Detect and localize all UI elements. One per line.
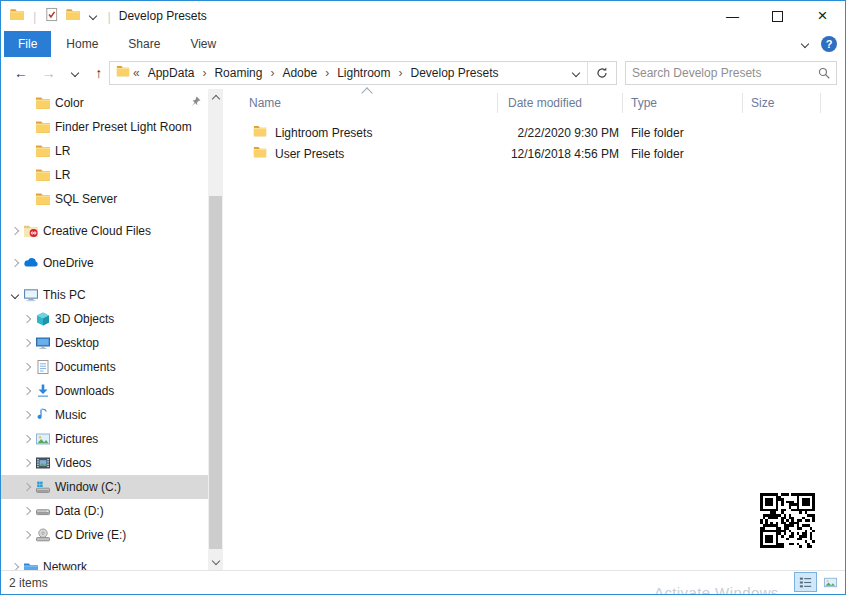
column-header-size[interactable]: Size xyxy=(743,93,821,113)
breadcrumb-item[interactable]: Lightroom xyxy=(333,66,394,80)
folder-icon xyxy=(33,191,53,207)
address-bar[interactable]: «AppData›Roaming›Adobe›Lightroom›Develop… xyxy=(109,61,617,85)
tab-file[interactable]: File xyxy=(4,31,51,57)
sidebar-scrollbar[interactable] xyxy=(208,89,223,571)
breadcrumb-item[interactable]: AppData xyxy=(144,66,199,80)
chevron-right-icon[interactable] xyxy=(21,412,33,418)
address-band: ← → ↑ «AppData›Roaming›Adobe›Lightroom›D… xyxy=(1,57,845,90)
creative-cloud-icon xyxy=(21,223,41,239)
chevron-right-icon[interactable] xyxy=(21,460,33,466)
chevron-right-icon[interactable] xyxy=(21,532,33,538)
sidebar-item-3d-objects[interactable]: 3D Objects xyxy=(1,307,208,331)
sidebar-item-finder-preset-light-room[interactable]: Finder Preset Light Room xyxy=(1,115,208,139)
scroll-up-icon[interactable] xyxy=(208,89,223,106)
date-modified: 12/16/2018 4:56 PM xyxy=(498,147,623,161)
forward-icon[interactable]: → xyxy=(42,65,56,81)
scrollbar-thumb[interactable] xyxy=(209,196,222,549)
sidebar-item-label: OneDrive xyxy=(43,256,94,270)
chevron-down-icon[interactable] xyxy=(9,292,21,298)
new-folder-icon[interactable] xyxy=(65,7,81,26)
sidebar-item-this-pc[interactable]: This PC xyxy=(1,283,208,307)
properties-icon[interactable] xyxy=(44,7,59,26)
tab-home[interactable]: Home xyxy=(51,31,113,57)
sidebar-item-lr[interactable]: LR xyxy=(1,163,208,187)
up-icon[interactable]: ↑ xyxy=(95,65,102,81)
back-icon[interactable]: ← xyxy=(14,65,28,81)
breadcrumb-separator-icon[interactable]: › xyxy=(268,66,276,80)
sidebar-item-label: Finder Preset Light Room xyxy=(55,120,192,134)
address-dropdown-chevron-icon[interactable] xyxy=(565,70,587,76)
tab-view[interactable]: View xyxy=(175,31,231,57)
file-row-user-presets[interactable]: User Presets12/16/2018 4:56 PMFile folde… xyxy=(229,143,843,164)
cd-drive-icon xyxy=(33,527,53,543)
sidebar-item-label: Desktop xyxy=(55,336,99,350)
breadcrumb-item[interactable]: Develop Presets xyxy=(407,66,503,80)
thumbnails-view-button[interactable] xyxy=(819,572,842,592)
sidebar-item-window-c[interactable]: Window (C:) xyxy=(1,475,208,499)
chevron-right-icon[interactable] xyxy=(21,364,33,370)
date-modified: 2/22/2020 9:30 PM xyxy=(498,126,623,140)
sidebar-item-sql-server[interactable]: SQL Server xyxy=(1,187,208,211)
sidebar-item-desktop[interactable]: Desktop xyxy=(1,331,208,355)
sidebar-item-label: Data (D:) xyxy=(55,504,104,518)
qr-code xyxy=(760,493,815,552)
chevron-right-icon[interactable] xyxy=(21,436,33,442)
folder-icon xyxy=(33,167,53,183)
chevron-right-icon[interactable] xyxy=(9,260,21,266)
sidebar-item-label: This PC xyxy=(43,288,86,302)
window-controls: — × xyxy=(710,1,845,31)
sidebar-item-label: Music xyxy=(55,408,86,422)
sidebar-item-color[interactable]: Color xyxy=(1,91,208,115)
chevron-right-icon[interactable] xyxy=(21,508,33,514)
recent-locations-chevron-icon[interactable] xyxy=(69,70,81,76)
sidebar-item-documents[interactable]: Documents xyxy=(1,355,208,379)
maximize-button[interactable] xyxy=(755,1,800,31)
sidebar-item-label: Pictures xyxy=(55,432,98,446)
details-view-button[interactable] xyxy=(794,572,817,592)
chevron-right-icon[interactable] xyxy=(9,228,21,234)
file-rows: Lightroom Presets2/22/2020 9:30 PMFile f… xyxy=(229,122,843,164)
sidebar-item-music[interactable]: Music xyxy=(1,403,208,427)
documents-icon xyxy=(33,359,53,375)
file-type: File folder xyxy=(623,147,743,161)
help-icon[interactable]: ? xyxy=(821,36,837,52)
sidebar-item-videos[interactable]: Videos xyxy=(1,451,208,475)
search-icon[interactable] xyxy=(812,66,836,80)
sidebar-item-onedrive[interactable]: OneDrive xyxy=(1,251,208,275)
chevron-right-icon[interactable] xyxy=(21,316,33,322)
sidebar-item-label: SQL Server xyxy=(55,192,117,206)
search-input[interactable] xyxy=(626,66,812,80)
sidebar-item-cd-drive-e[interactable]: CD Drive (E:) xyxy=(1,523,208,547)
breadcrumb-item[interactable]: Roaming xyxy=(210,66,266,80)
sidebar-item-network[interactable]: Network xyxy=(1,555,208,571)
chevron-right-icon[interactable] xyxy=(21,388,33,394)
refresh-icon[interactable] xyxy=(588,66,616,80)
explorer-window: | | Develop Presets — × FileHomeShareVie… xyxy=(0,0,846,595)
sidebar-item-creative-cloud-files[interactable]: Creative Cloud Files xyxy=(1,219,208,243)
chevron-right-icon[interactable] xyxy=(21,484,33,490)
column-header-date-modified[interactable]: Date modified xyxy=(498,93,623,113)
sidebar-item-label: LR xyxy=(55,168,70,182)
file-row-lightroom-presets[interactable]: Lightroom Presets2/22/2020 9:30 PMFile f… xyxy=(229,122,843,143)
expand-ribbon-chevron-icon[interactable] xyxy=(799,41,811,47)
close-button[interactable]: × xyxy=(800,1,845,31)
column-header-type[interactable]: Type xyxy=(623,93,743,113)
chevron-right-icon[interactable] xyxy=(21,340,33,346)
breadcrumb-overflow-icon[interactable]: « xyxy=(131,66,142,80)
sidebar-item-data-d[interactable]: Data (D:) xyxy=(1,499,208,523)
breadcrumb-item[interactable]: Adobe xyxy=(278,66,321,80)
minimize-button[interactable]: — xyxy=(710,1,755,31)
customize-toolbar-chevron-icon[interactable] xyxy=(87,13,99,19)
downloads-icon xyxy=(33,383,53,399)
sidebar-item-pictures[interactable]: Pictures xyxy=(1,427,208,451)
drive-windows-icon xyxy=(33,479,53,495)
videos-icon xyxy=(33,455,53,471)
tab-share[interactable]: Share xyxy=(113,31,175,57)
breadcrumb-separator-icon[interactable]: › xyxy=(397,66,405,80)
scroll-down-icon[interactable] xyxy=(208,554,223,571)
music-icon xyxy=(33,407,53,423)
sidebar-item-downloads[interactable]: Downloads xyxy=(1,379,208,403)
breadcrumb-separator-icon[interactable]: › xyxy=(323,66,331,80)
breadcrumb-separator-icon[interactable]: › xyxy=(200,66,208,80)
sidebar-item-lr[interactable]: LR xyxy=(1,139,208,163)
